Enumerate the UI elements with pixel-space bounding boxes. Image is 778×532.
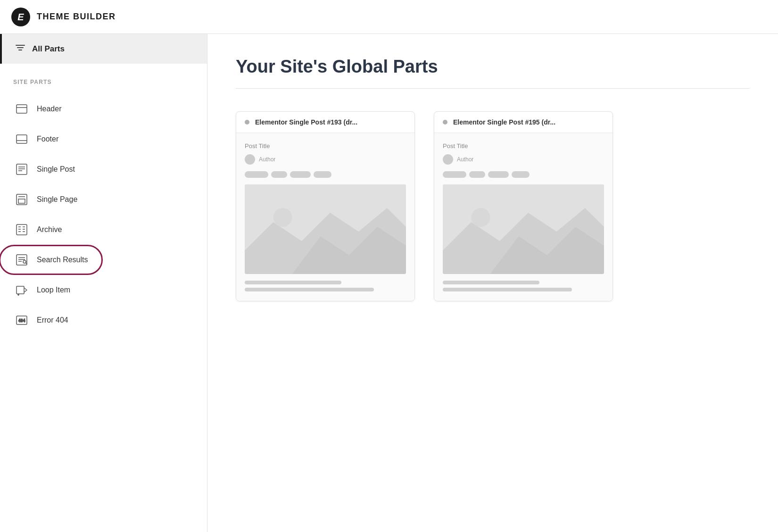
author-row-193: Author — [245, 154, 406, 165]
header-icon — [13, 100, 30, 117]
sidebar-item-label-search-results: Search Results — [37, 256, 88, 264]
status-dot-193 — [245, 120, 249, 125]
sidebar-item-single-post[interactable]: Single Post — [13, 154, 194, 184]
sidebar-item-label-archive: Archive — [37, 225, 62, 234]
all-parts-item[interactable]: All Parts — [0, 34, 207, 64]
site-parts-section: SITE PARTS Header — [0, 79, 207, 335]
svg-rect-14 — [17, 224, 27, 235]
sidebar-item-error-404[interactable]: 404 Error 404 — [13, 305, 194, 335]
author-name-193: Author — [259, 156, 275, 163]
preview-image-195 — [443, 184, 604, 274]
card-preview-195: Post Title Author — [434, 133, 612, 301]
sidebar-item-label-loop-item: Loop Item — [37, 286, 70, 294]
svg-rect-7 — [17, 164, 27, 175]
author-row-195: Author — [443, 154, 604, 165]
sidebar-item-search-results[interactable]: Search Results — [13, 245, 194, 275]
sidebar-item-loop-item[interactable]: Loop Item — [13, 275, 194, 305]
post-title-label-195: Post Title — [443, 142, 604, 150]
author-name-195: Author — [457, 156, 473, 163]
preview-line-2 — [443, 288, 572, 291]
svg-rect-3 — [17, 105, 27, 113]
sidebar-item-label-error-404: Error 404 — [37, 316, 68, 324]
preview-line-1 — [245, 281, 341, 284]
svg-text:404: 404 — [18, 319, 25, 323]
sidebar-item-single-page[interactable]: Single Page — [13, 184, 194, 215]
tag-3 — [290, 171, 311, 178]
card-title-195: Elementor Single Post #195 (dr... — [453, 118, 555, 126]
divider — [236, 88, 750, 89]
card-header-195: Elementor Single Post #195 (dr... — [434, 112, 612, 133]
layout: All Parts SITE PARTS Header — [0, 34, 778, 532]
app-title: THEME BUILDER — [37, 12, 116, 22]
author-avatar-195 — [443, 154, 453, 165]
all-parts-label: All Parts — [32, 44, 65, 54]
svg-rect-27 — [17, 286, 24, 294]
author-avatar-193 — [245, 154, 255, 165]
filter-icon — [15, 42, 25, 55]
single-page-icon — [13, 191, 30, 208]
svg-point-35 — [273, 208, 292, 227]
card-195[interactable]: Elementor Single Post #195 (dr... Post T… — [434, 111, 613, 301]
tag-4 — [512, 171, 530, 178]
status-dot-195 — [443, 120, 447, 125]
sidebar-item-label-footer: Footer — [37, 135, 58, 143]
tag-4 — [314, 171, 331, 178]
card-193[interactable]: Elementor Single Post #193 (dr... Post T… — [236, 111, 415, 301]
sidebar-item-header[interactable]: Header — [13, 94, 194, 124]
error-404-icon: 404 — [13, 312, 30, 329]
svg-rect-5 — [17, 135, 27, 143]
svg-rect-21 — [17, 255, 27, 265]
preview-lines-195 — [443, 281, 604, 291]
svg-point-39 — [471, 208, 490, 227]
sidebar: All Parts SITE PARTS Header — [0, 34, 207, 532]
card-preview-193: Post Title Author — [236, 133, 414, 301]
preview-tags-193 — [245, 171, 406, 178]
preview-tags-195 — [443, 171, 604, 178]
preview-image-193 — [245, 184, 406, 274]
logo-letter: E — [17, 12, 24, 22]
sidebar-item-archive[interactable]: Archive — [13, 215, 194, 245]
preview-line-1 — [443, 281, 539, 284]
preview-lines-193 — [245, 281, 406, 291]
archive-icon — [13, 221, 30, 238]
sidebar-item-label-header: Header — [37, 105, 61, 113]
tag-1 — [443, 171, 466, 178]
page-title: Your Site's Global Parts — [236, 57, 750, 77]
card-title-193: Elementor Single Post #193 (dr... — [255, 118, 357, 126]
loop-item-icon — [13, 282, 30, 299]
sidebar-item-label-single-page: Single Page — [37, 195, 77, 204]
site-parts-heading: SITE PARTS — [13, 79, 194, 85]
post-title-label-193: Post Title — [245, 142, 406, 150]
main-content: Your Site's Global Parts Elementor Singl… — [207, 34, 778, 532]
sidebar-item-footer[interactable]: Footer — [13, 124, 194, 154]
preview-line-2 — [245, 288, 374, 291]
tag-2 — [271, 171, 287, 178]
tag-3 — [488, 171, 509, 178]
footer-icon — [13, 131, 30, 148]
sidebar-item-label-single-post: Single Post — [37, 165, 75, 174]
card-header-193: Elementor Single Post #193 (dr... — [236, 112, 414, 133]
tag-1 — [245, 171, 268, 178]
single-post-icon — [13, 161, 30, 178]
logo: E — [11, 8, 30, 26]
search-results-icon — [13, 251, 30, 268]
svg-point-25 — [23, 260, 26, 263]
top-header: E THEME BUILDER — [0, 0, 778, 34]
tag-2 — [469, 171, 485, 178]
cards-grid: Elementor Single Post #193 (dr... Post T… — [236, 111, 750, 301]
svg-rect-12 — [18, 199, 25, 203]
